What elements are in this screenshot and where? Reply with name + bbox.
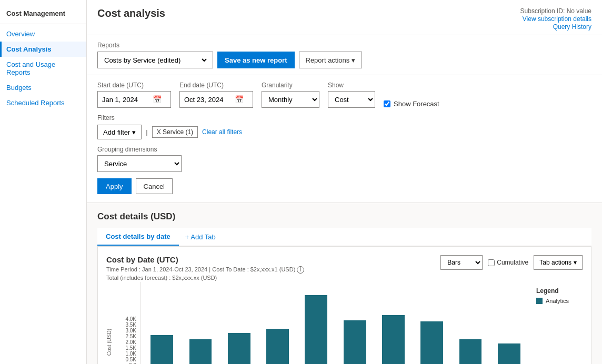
- end-date-group: End date (UTC) 📅: [179, 82, 253, 108]
- sidebar-item-cost-analysis[interactable]: Cost Analysis: [0, 42, 86, 57]
- granularity-group: Granularity Monthly Daily: [262, 82, 319, 108]
- bar-group: [490, 343, 528, 364]
- cancel-button[interactable]: Cancel: [136, 178, 173, 194]
- tabs-row: Cost details by date + Add Tab: [97, 228, 591, 246]
- filters-chips-section: Filters Add filter ▾ | X Service (1) Cle…: [97, 114, 591, 139]
- reports-row: Costs by Service (edited) Save as new re…: [97, 52, 591, 68]
- start-date-field[interactable]: [102, 96, 149, 104]
- bar: [459, 339, 482, 364]
- chart-area-wrapper: Cost (USD) 4.0K 3.5K 3.0K 2.5K 2.0K 1.5K…: [106, 282, 583, 364]
- filter-section: Start date (UTC) 📅 End date (UTC) 📅 Gran…: [87, 75, 602, 203]
- reports-label: Reports: [97, 42, 591, 49]
- chevron-down-icon: ▾: [352, 56, 355, 64]
- chart-total-forecast: Total (includes forecast) : $2x,xxx.xx (…: [106, 275, 304, 281]
- page-title: Cost analysis: [97, 7, 165, 19]
- legend-item-label: Analytics: [546, 298, 569, 304]
- apply-button[interactable]: Apply: [97, 178, 132, 194]
- show-group: Show Cost Usage: [328, 82, 375, 108]
- legend-title: Legend: [536, 287, 576, 295]
- chart-type-select[interactable]: Bars Line Table: [440, 255, 483, 270]
- bar: [228, 333, 250, 364]
- sidebar-item-cost-usage[interactable]: Cost and Usage Reports: [0, 57, 86, 80]
- cost-details-section: Cost details (USD) Cost details by date …: [87, 203, 602, 364]
- chart-controls: Bars Line Table Cumulative Tab actions ▾: [440, 255, 583, 270]
- cumulative-row: Cumulative: [488, 259, 528, 266]
- bar-group: [220, 333, 258, 364]
- actions-row: Apply Cancel: [97, 178, 591, 194]
- granularity-select[interactable]: Monthly Daily: [262, 91, 319, 108]
- granularity-label: Granularity: [262, 82, 319, 89]
- cost-details-title: Cost details (USD): [97, 211, 591, 222]
- bar-group: [182, 339, 219, 364]
- start-date-input[interactable]: 📅: [97, 91, 171, 108]
- chevron-down-icon-filter: ▾: [132, 128, 136, 136]
- bar: [266, 329, 289, 364]
- add-tab-button[interactable]: + Add Tab: [179, 229, 222, 245]
- bar: [344, 320, 366, 364]
- sidebar-item-budgets[interactable]: Budgets: [0, 80, 86, 95]
- sidebar-item-scheduled-reports[interactable]: Scheduled Reports: [0, 95, 86, 110]
- bar: [382, 315, 405, 364]
- show-forecast-row: Show Forecast: [384, 100, 439, 108]
- bar: [420, 321, 443, 364]
- bar-group: [143, 335, 180, 364]
- legend-item-analytics: Analytics: [536, 298, 576, 304]
- bar-group: [259, 329, 296, 364]
- y-axis: 4.0K 3.5K 3.0K 2.5K 2.0K 1.5K 1.0K 0.5K …: [114, 316, 141, 364]
- grouping-label: Grouping dimensions: [97, 146, 591, 153]
- start-date-group: Start date (UTC) 📅: [97, 82, 171, 108]
- end-date-input[interactable]: 📅: [179, 91, 253, 108]
- add-filter-button[interactable]: Add filter ▾: [97, 125, 142, 139]
- show-forecast-label[interactable]: Show Forecast: [394, 100, 439, 108]
- grouping-section: Grouping dimensions Service Resource: [97, 146, 591, 172]
- calendar-icon-end: 📅: [235, 95, 244, 104]
- end-date-label: End date (UTC): [179, 82, 253, 89]
- grouping-select[interactable]: Service Resource: [97, 155, 182, 172]
- show-forecast-checkbox[interactable]: [384, 100, 390, 107]
- bar-group: [336, 320, 373, 364]
- sidebar: Cost Management Overview Cost Analysis C…: [0, 0, 87, 364]
- calendar-icon-start: 📅: [153, 95, 162, 104]
- chart-container: Cost by Date (UTC) Time Period : Jan 1, …: [97, 246, 591, 364]
- chevron-down-icon-tab: ▾: [574, 259, 577, 266]
- sidebar-title: Cost Management: [0, 5, 86, 24]
- cumulative-label[interactable]: Cumulative: [497, 259, 528, 266]
- filters-chips-row: Add filter ▾ | X Service (1) Clear all f…: [97, 125, 591, 139]
- filters-section-label: Filters: [97, 114, 591, 122]
- bars-area: [141, 282, 530, 364]
- show-select[interactable]: Cost Usage: [328, 91, 375, 108]
- info-icon[interactable]: i: [297, 266, 304, 274]
- chart-body: JanFebMarAprMayJunJulAugSepOct Date (UTC…: [141, 282, 530, 364]
- sidebar-item-overview[interactable]: Overview: [0, 26, 86, 42]
- main-header: Cost analysis Subscription ID: No value …: [87, 0, 602, 35]
- filter-separator: |: [146, 128, 147, 136]
- service-filter-chip[interactable]: X Service (1): [152, 126, 198, 138]
- bar: [150, 335, 173, 364]
- bar-group: [452, 339, 489, 364]
- cumulative-checkbox[interactable]: [488, 259, 495, 266]
- save-as-new-report-button[interactable]: Save as new report: [217, 52, 295, 68]
- view-subscription-link[interactable]: View subscription details: [523, 15, 591, 23]
- clear-all-filters-link[interactable]: Clear all filters: [202, 128, 242, 136]
- show-forecast-group: x Show Forecast: [384, 90, 439, 108]
- end-date-field[interactable]: [184, 96, 232, 104]
- tab-cost-details-by-date[interactable]: Cost details by date: [97, 228, 179, 246]
- bar: [189, 339, 212, 364]
- reports-dropdown[interactable]: Costs by Service (edited): [97, 52, 213, 68]
- query-history-link[interactable]: Query History: [553, 23, 591, 31]
- report-actions-button[interactable]: Report actions ▾: [299, 52, 363, 68]
- tab-actions-button[interactable]: Tab actions ▾: [534, 255, 583, 270]
- chart-title: Cost by Date (UTC): [106, 255, 304, 264]
- reports-select[interactable]: Costs by Service (edited): [102, 56, 208, 65]
- show-label: Show: [328, 82, 375, 89]
- start-date-label: Start date (UTC): [97, 82, 171, 89]
- legend-color-box: [536, 298, 543, 304]
- y-axis-title: Cost (USD): [106, 329, 112, 356]
- bar-group: [375, 315, 412, 364]
- chart-time-period: Time Period : Jan 1, 2024-Oct 23, 2024 |…: [106, 266, 304, 274]
- bar: [498, 343, 520, 364]
- filter-row: Start date (UTC) 📅 End date (UTC) 📅 Gran…: [97, 82, 591, 108]
- main-content: Cost analysis Subscription ID: No value …: [87, 0, 602, 364]
- reports-section: Reports Costs by Service (edited) Save a…: [87, 35, 602, 75]
- bar-group: [297, 295, 335, 364]
